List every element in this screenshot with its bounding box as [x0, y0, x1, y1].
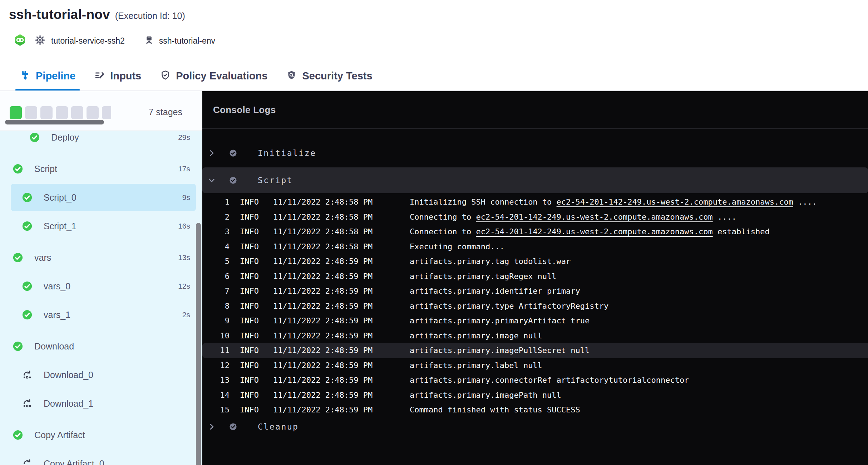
log-timestamp: 11/11/2022 2:48:59 PM — [273, 376, 374, 385]
console-section-cleanup[interactable]: Cleanup — [202, 418, 868, 435]
stage-label: Copy Artifact — [34, 430, 85, 440]
stage-label: Script_0 — [44, 192, 77, 203]
log-message: artifacts.primary.label null — [410, 361, 542, 370]
log-line-14[interactable]: 14INFO11/11/2022 2:48:59 PMartifacts.pri… — [202, 388, 868, 403]
console-section-initialize[interactable]: Initialize — [202, 145, 868, 162]
line-number: 10 — [202, 331, 230, 340]
log-message: Executing command... — [410, 242, 504, 251]
log-text: artifacts.primary.imagePullSecret null — [410, 346, 590, 355]
log-line-15[interactable]: 15INFO11/11/2022 2:48:59 PMCommand finis… — [202, 402, 868, 417]
stage-row-vars-1[interactable]: vars_12s — [0, 300, 202, 329]
stage-row-download-0[interactable]: Download_0 — [0, 361, 202, 389]
stage-duration: 2s — [182, 310, 190, 319]
stage-square[interactable] — [25, 106, 37, 119]
stage-step-list: Deploy29sScript17sScript_09sScript_116sv… — [0, 131, 202, 465]
section-name: Cleanup — [258, 422, 299, 431]
stage-row-script-1[interactable]: Script_116s — [0, 212, 202, 240]
line-number: 5 — [202, 257, 230, 266]
log-text: artifacts.primary.image null — [410, 331, 542, 340]
log-timestamp: 11/11/2022 2:48:58 PM — [273, 227, 374, 236]
execution-tabs: Pipeline Inputs — [15, 61, 377, 91]
stage-progress-squares[interactable] — [10, 106, 111, 119]
log-text: Connection to — [410, 227, 476, 236]
log-timestamp: 11/11/2022 2:48:58 PM — [273, 242, 374, 251]
stage-row-download-1[interactable]: Download_1 — [0, 389, 202, 418]
host-link[interactable]: ec2-54-201-142-249.us-west-2.compute.ama… — [476, 227, 712, 236]
stage-square[interactable] — [56, 106, 68, 119]
stage-duration: 17s — [178, 165, 190, 173]
log-line-2[interactable]: 2INFO11/11/2022 2:48:58 PMConnecting to … — [202, 210, 868, 225]
stage-label: vars — [34, 253, 51, 263]
log-line-10[interactable]: 10INFO11/11/2022 2:48:59 PMartifacts.pri… — [202, 328, 868, 343]
stage-row-copy-artifact-0[interactable]: Copy Artifact_0 — [0, 449, 202, 465]
success-check-icon — [13, 252, 23, 263]
log-text: artifacts.primary.imagePath null — [410, 391, 561, 400]
execution-header: ssh-tutorial-nov (Execution Id: 10) — [0, 0, 868, 91]
log-level: INFO — [240, 331, 260, 340]
line-number: 11 — [202, 346, 230, 355]
log-timestamp: 11/11/2022 2:48:59 PM — [273, 405, 374, 414]
log-level: INFO — [240, 257, 260, 266]
stage-square[interactable] — [71, 106, 83, 119]
success-check-icon — [22, 192, 33, 203]
log-line-13[interactable]: 13INFO11/11/2022 2:48:59 PMartifacts.pri… — [202, 373, 868, 388]
log-message: Connection to ec2-54-201-142-249.us-west… — [410, 227, 770, 236]
log-text: artifacts.primary.primaryArtifact true — [410, 316, 590, 325]
stage-square[interactable] — [102, 106, 111, 119]
stage-row-download[interactable]: Download — [0, 332, 202, 361]
tab-pipeline-label: Pipeline — [36, 70, 75, 82]
chevron-down-icon[interactable] — [207, 176, 216, 185]
console-section-script[interactable]: Script — [202, 167, 868, 193]
log-line-4[interactable]: 4INFO11/11/2022 2:48:58 PMExecuting comm… — [202, 239, 868, 254]
stage-row-vars-0[interactable]: vars_012s — [0, 272, 202, 300]
log-line-6[interactable]: 6INFO11/11/2022 2:48:59 PMartifacts.prim… — [202, 269, 868, 284]
log-line-9[interactable]: 9INFO11/11/2022 2:48:59 PMartifacts.prim… — [202, 313, 868, 328]
tab-security-tests[interactable]: Security Tests — [282, 61, 376, 91]
log-message: artifacts.primary.connectorRef artifacto… — [410, 376, 689, 385]
stage-row-deploy[interactable]: Deploy29s — [0, 131, 202, 152]
sidebar-vertical-scrollbar[interactable] — [196, 223, 201, 465]
log-line-5[interactable]: 5INFO11/11/2022 2:48:59 PMartifacts.prim… — [202, 254, 868, 269]
log-line-1[interactable]: 1INFO11/11/2022 2:48:58 PMInitializing S… — [202, 195, 868, 210]
stage-label: vars_1 — [44, 310, 70, 320]
stage-square[interactable] — [87, 106, 99, 119]
chevron-right-icon[interactable] — [207, 422, 216, 431]
tab-policy-evaluations[interactable]: Policy Evaluations — [156, 61, 272, 91]
stage-square[interactable] — [10, 106, 22, 119]
line-number: 2 — [202, 212, 230, 221]
service-name[interactable]: tutorial-service-ssh2 — [51, 36, 125, 46]
success-check-icon — [22, 281, 33, 292]
stage-row-copy-artifact[interactable]: Copy Artifact — [0, 421, 202, 449]
log-line-11[interactable]: 11INFO11/11/2022 2:48:59 PMartifacts.pri… — [202, 343, 868, 358]
stage-row-script[interactable]: Script17s — [0, 155, 202, 183]
environment-name[interactable]: ssh-tutorial-env — [159, 36, 215, 46]
host-link[interactable]: ec2-54-201-142-249.us-west-2.compute.ama… — [557, 197, 793, 206]
stage-row-vars[interactable]: vars13s — [0, 243, 202, 272]
log-level: INFO — [240, 227, 260, 236]
log-line-3[interactable]: 3INFO11/11/2022 2:48:58 PMConnection to … — [202, 224, 868, 239]
stage-label: Download_1 — [44, 398, 93, 409]
stage-row-script-0[interactable]: Script_09s — [0, 183, 202, 212]
log-level: INFO — [240, 376, 260, 385]
tab-inputs[interactable]: Inputs — [90, 61, 146, 91]
entity-row: tutorial-service-ssh2 ssh-tutorial-env — [14, 33, 215, 48]
log-line-7[interactable]: 7INFO11/11/2022 2:48:59 PMartifacts.prim… — [202, 284, 868, 299]
host-link[interactable]: ec2-54-201-142-249.us-west-2.compute.ama… — [476, 212, 712, 221]
stage-square[interactable] — [40, 106, 53, 119]
section-name: Script — [258, 176, 293, 185]
line-number: 6 — [202, 272, 230, 281]
stages-sidebar: 7 stages Deploy29sScript17sScript_09sScr… — [0, 91, 202, 465]
stage-label: Script_1 — [44, 221, 77, 231]
log-timestamp: 11/11/2022 2:48:58 PM — [273, 212, 374, 221]
tab-pipeline[interactable]: Pipeline — [15, 61, 80, 91]
log-line-8[interactable]: 8INFO11/11/2022 2:48:59 PMartifacts.prim… — [202, 299, 868, 314]
service-gear-icon[interactable] — [35, 35, 45, 47]
stages-header: 7 stages — [0, 91, 202, 131]
log-text: .... — [713, 212, 736, 221]
log-text: Executing command... — [410, 242, 504, 251]
log-line-12[interactable]: 12INFO11/11/2022 2:48:59 PMartifacts.pri… — [202, 358, 868, 373]
log-text: artifacts.primary.type ArtifactoryRegist… — [410, 302, 608, 310]
stages-horizontal-scrollbar[interactable] — [5, 120, 104, 124]
chevron-right-icon[interactable] — [207, 149, 216, 157]
log-message: Command finished with status SUCCESS — [410, 405, 580, 414]
